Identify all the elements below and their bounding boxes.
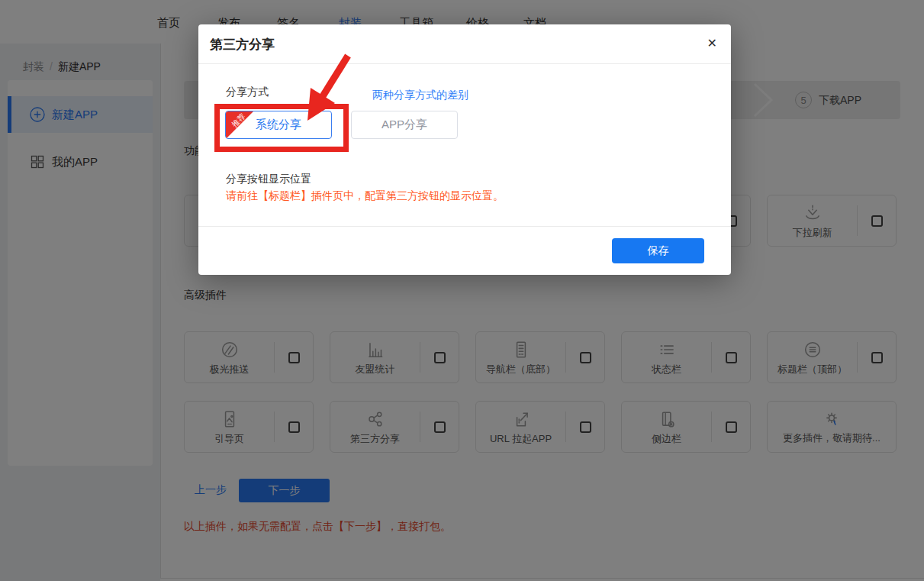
option-system-share[interactable]: 推荐 系统分享: [225, 111, 332, 139]
third-party-share-dialog: 第三方分享 ✕ 分享方式 两种分享方式的差别 推荐 系统分享 APP分享 分享按…: [198, 24, 731, 275]
share-mode-diff-link[interactable]: 两种分享方式的差别: [372, 89, 468, 102]
option-app-share[interactable]: APP分享: [351, 111, 458, 139]
dialog-header: 第三方分享 ✕: [198, 24, 731, 64]
dialog-title: 第三方分享: [210, 36, 275, 53]
option-label: 系统分享: [256, 118, 301, 132]
button-position-label: 分享按钮显示位置: [226, 173, 311, 186]
app-screen: 首页 发布 签名 封装 工具箱 价格 文档 封装/新建APP 新建APP 我的A…: [0, 0, 924, 581]
close-icon[interactable]: ✕: [707, 36, 717, 50]
share-mode-label: 分享方式: [226, 86, 269, 99]
save-button[interactable]: 保存: [612, 238, 704, 263]
dialog-footer-divider: [198, 226, 731, 227]
option-label: APP分享: [382, 118, 427, 132]
button-position-note: 请前往【标题栏】插件页中，配置第三方按钮的显示位置。: [226, 189, 504, 203]
